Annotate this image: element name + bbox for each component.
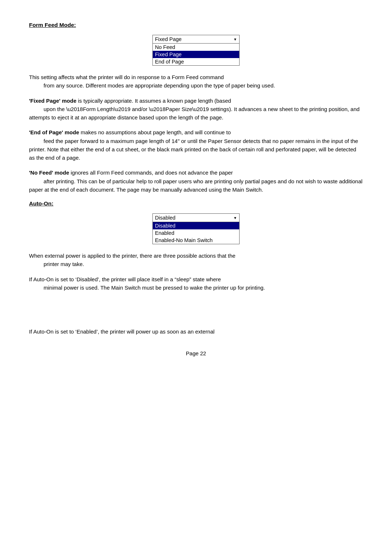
auto-on-option-disabled[interactable]: Disabled — [153, 222, 239, 229]
form-feed-para1-first: This setting affects what the printer wi… — [29, 74, 224, 80]
auto-on-para3: If Auto-On is set to ‘Enabled’, the prin… — [29, 327, 363, 336]
auto-on-dropdown-wrapper: Disabled ▼ Disabled Enabled Enabled-No M… — [152, 213, 240, 244]
auto-on-option-enabled-no-main[interactable]: Enabled-No Main Switch — [153, 237, 239, 244]
form-feed-dropdown-wrapper: Fixed Page ▼ No Feed Fixed Page End of P… — [152, 35, 240, 66]
form-feed-para4-rest-inline: ignores all Form Feed commands, and does… — [69, 169, 233, 176]
form-feed-para4: 'No Feed' mode ignores all Form Feed com… — [29, 168, 363, 194]
form-feed-para1: This setting affects what the printer wi… — [29, 73, 363, 90]
auto-on-para2-first: If Auto-On is set to ‘Disabled’, the pri… — [29, 276, 221, 282]
auto-on-para1-rest: printer may take. — [44, 261, 84, 267]
auto-on-selected-value: Disabled — [155, 215, 175, 221]
auto-on-heading: Auto-On: — [29, 200, 363, 207]
page-number: Page 22 — [29, 350, 363, 356]
form-feed-para2-bold: 'Fixed Page' mode — [29, 98, 77, 104]
form-feed-option-fixed-page[interactable]: Fixed Page — [153, 51, 239, 58]
form-feed-dropdown-container: Fixed Page ▼ No Feed Fixed Page End of P… — [29, 35, 363, 66]
spacer — [29, 298, 363, 327]
form-feed-para2-rest: is typically appropriate. It assumes a k… — [77, 98, 231, 104]
auto-on-para3-text: If Auto-On is set to ‘Enabled’, the prin… — [29, 328, 215, 335]
form-feed-dropdown-list: No Feed Fixed Page End of Page — [152, 44, 240, 66]
form-feed-para3-rest-inline: makes no assumptions about page length, … — [79, 129, 231, 135]
form-feed-para4-term: 'No Feed' mode — [29, 169, 69, 176]
form-feed-para2: 'Fixed Page' mode is typically appropria… — [29, 97, 363, 122]
form-feed-para3-term: 'End of Page' mode — [29, 129, 79, 135]
form-feed-para3-first: 'End of Page' mode makes no assumptions … — [29, 129, 231, 135]
form-feed-para3-continuation: feed the paper forward to a maximum page… — [29, 138, 358, 161]
form-feed-para4-continuation: after printing. This can be of particula… — [29, 178, 363, 193]
form-feed-para1-rest: from any source. Different modes are app… — [44, 82, 275, 89]
form-feed-para3: 'End of Page' mode makes no assumptions … — [29, 128, 363, 162]
page: Form Feed Mode: Fixed Page ▼ No Feed Fix… — [0, 0, 392, 556]
auto-on-dropdown-container: Disabled ▼ Disabled Enabled Enabled-No M… — [29, 213, 363, 244]
form-feed-selected-value: Fixed Page — [155, 36, 181, 42]
auto-on-section: Auto-On: Disabled ▼ Disabled Enabled Ena… — [29, 200, 363, 336]
auto-on-para2: If Auto-On is set to ‘Disabled’, the pri… — [29, 275, 363, 292]
form-feed-section: Form Feed Mode: Fixed Page ▼ No Feed Fix… — [29, 22, 363, 194]
form-feed-option-end-of-page[interactable]: End of Page — [153, 58, 239, 65]
auto-on-para1: When external power is applied to the pr… — [29, 252, 363, 269]
form-feed-dropdown-arrow-icon[interactable]: ▼ — [233, 37, 237, 41]
auto-on-dropdown-selected[interactable]: Disabled ▼ — [152, 213, 240, 222]
form-feed-para2-continuation: upon the \u2018Form Length\u2019 and/or … — [29, 106, 360, 120]
auto-on-dropdown-arrow-icon[interactable]: ▼ — [233, 216, 237, 220]
form-feed-para4-first: 'No Feed' mode ignores all Form Feed com… — [29, 169, 233, 176]
form-feed-heading: Form Feed Mode: — [29, 22, 363, 28]
form-feed-dropdown-selected[interactable]: Fixed Page ▼ — [152, 35, 240, 44]
auto-on-para2-rest: minimal power is used. The Main Switch m… — [44, 285, 265, 291]
auto-on-para1-first: When external power is applied to the pr… — [29, 253, 236, 259]
auto-on-option-enabled[interactable]: Enabled — [153, 229, 239, 237]
auto-on-dropdown-list: Disabled Enabled Enabled-No Main Switch — [152, 222, 240, 244]
form-feed-option-no-feed[interactable]: No Feed — [153, 44, 239, 51]
form-feed-para2-term: 'Fixed Page' mode is typically appropria… — [29, 98, 231, 104]
